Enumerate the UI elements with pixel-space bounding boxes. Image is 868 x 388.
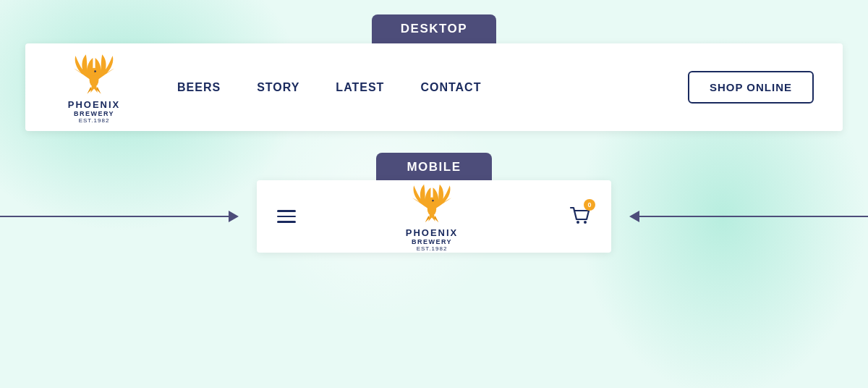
cart-button[interactable]: 0: [568, 203, 591, 229]
desktop-navbar: PHOENIX BREWERY EST.1982 BEERS STORY LAT…: [25, 43, 843, 131]
mobile-with-arrows: PHOENIX BREWERY EST.1982 0: [0, 180, 868, 253]
page-content: DESKTOP: [0, 0, 868, 253]
mobile-logo[interactable]: PHOENIX BREWERY EST.1982: [403, 181, 461, 252]
mobile-badge-label: MOBILE: [407, 160, 461, 174]
mobile-logo-text: PHOENIX BREWERY EST.1982: [406, 227, 459, 252]
hamburger-menu-button[interactable]: [277, 210, 296, 223]
nav-link-contact[interactable]: CONTACT: [420, 81, 481, 94]
hamburger-line-1: [277, 210, 296, 212]
nav-link-beers[interactable]: BEERS: [177, 81, 221, 94]
mobile-logo-sub: BREWERY: [406, 238, 459, 245]
arrow-left: [0, 211, 239, 222]
hamburger-line-3: [277, 221, 296, 223]
desktop-badge: DESKTOP: [372, 14, 496, 43]
phoenix-logo-icon: [65, 51, 123, 98]
mobile-badge: MOBILE: [376, 153, 492, 182]
logo-est: EST.1982: [68, 117, 121, 124]
nav-link-story[interactable]: STORY: [257, 81, 299, 94]
desktop-nav-links: BEERS STORY LATEST CONTACT: [177, 81, 688, 94]
arrow-left-line: [0, 216, 229, 218]
hamburger-line-2: [277, 216, 296, 218]
logo-sub: BREWERY: [68, 110, 121, 117]
mobile-phoenix-logo-icon: [403, 181, 461, 226]
mobile-navbar: PHOENIX BREWERY EST.1982 0: [257, 180, 611, 253]
desktop-logo-text: PHOENIX BREWERY EST.1982: [68, 99, 121, 124]
mobile-section: MOBILE: [0, 153, 868, 253]
nav-link-latest[interactable]: LATEST: [336, 81, 384, 94]
svg-point-5: [432, 200, 433, 201]
arrow-left-head: [229, 211, 239, 222]
arrow-right-head: [629, 211, 639, 222]
cart-count: 0: [587, 201, 591, 208]
arrow-right: [629, 211, 868, 222]
svg-point-7: [584, 221, 587, 224]
mobile-logo-name: PHOENIX: [406, 227, 459, 238]
logo-name: PHOENIX: [68, 99, 121, 110]
svg-point-6: [576, 221, 579, 224]
desktop-logo[interactable]: PHOENIX BREWERY EST.1982: [54, 51, 134, 124]
svg-point-2: [94, 70, 95, 72]
cart-count-badge: 0: [584, 199, 595, 211]
mobile-logo-est: EST.1982: [406, 245, 459, 252]
shop-online-button[interactable]: SHOP ONLINE: [688, 71, 814, 104]
desktop-badge-label: DESKTOP: [401, 22, 467, 35]
arrow-right-line: [639, 216, 868, 218]
